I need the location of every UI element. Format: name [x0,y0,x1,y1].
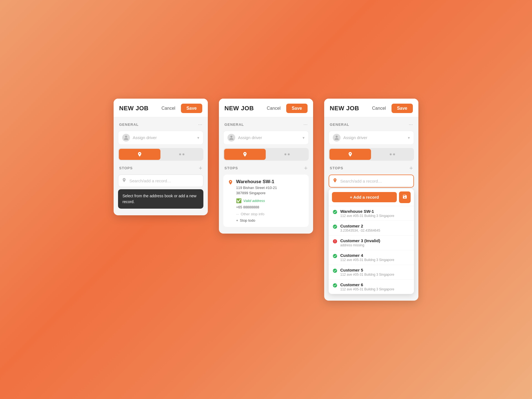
panel-2-assign-driver[interactable]: Assign driver ▾ [223,131,309,145]
panel-2-stop-other-info[interactable]: ··· Other stop info [236,212,304,216]
record-info-5: Customer 6112 ave #05-31 Buildng 3 Singa… [340,282,394,291]
panel-1-assign-driver[interactable]: Assign driver ▾ [118,131,203,145]
panel-1-general-label: GENERAL [119,122,139,127]
panel-3-title: NEW JOB [330,105,359,112]
panel-2-todo-plus-icon: + [236,218,238,222]
record-item-4[interactable]: Customer 5112 ave #05-31 Buildng 3 Singa… [329,265,414,280]
panel-2: NEW JOB Cancel Save GENERAL ··· Assign d… [219,99,313,234]
panel-2-stops-section: STOPS + [223,165,309,171]
record-item-2[interactable]: Customer 3 (Invalid)address missing [329,236,414,250]
panel-2-stop-phone: +65 88888888 [236,205,304,209]
location-pin-icon [242,152,248,157]
panel-2-stops-label: STOPS [224,166,238,170]
panel-1-cancel-button[interactable]: Cancel [159,105,178,112]
panel-2-stop-name: Warehouse SW-1 [236,179,277,185]
panel-3-assign-driver[interactable]: Assign driver ▾ [329,131,414,145]
panel-2-valid-text: Valid address [243,199,265,203]
record-name-4: Customer 5 [340,268,394,272]
panel-2-stop-pin-icon [228,180,233,186]
panel-2-tab-multi[interactable] [267,149,308,160]
panel-2-valid-icon: ✅ [236,198,242,203]
svg-point-10 [390,154,391,155]
record-item-3[interactable]: Customer 4112 ave #05-31 Buildng 3 Singa… [329,250,414,265]
record-detail-5: 112 ave #05-31 Buildng 3 Singapore [340,287,394,291]
panel-1-search-row [118,175,203,187]
panel-3-search-input[interactable] [340,179,410,183]
panel-1-save-button[interactable]: Save [181,104,202,113]
panel-3-record-list: Warehouse SW-1112 ave #05-31 Buildng 3 S… [329,206,414,294]
record-item-5[interactable]: Customer 6112 ave #05-31 Buildng 3 Singa… [329,280,414,294]
record-info-1: Customer 23.23543534, -32.43564645 [340,224,380,232]
panel-3-driver-icon [333,134,341,142]
panel-2-title: NEW JOB [224,105,254,112]
panel-2-cancel-button[interactable]: Cancel [265,105,283,112]
panels-container: NEW JOB Cancel Save GENERAL ··· Assign d… [114,99,418,301]
panel-3-general-section: GENERAL ··· [329,122,414,127]
panel-2-add-stop-button[interactable]: + [304,165,308,171]
svg-point-3 [183,154,184,155]
panel-1-actions: Cancel Save [159,104,202,113]
record-detail-2: address missing [340,243,380,247]
panel-1: NEW JOB Cancel Save GENERAL ··· Assign d… [114,99,208,215]
panel-1-body: GENERAL ··· Assign driver ▾ [114,117,208,215]
panel-3-tab-multi[interactable] [372,149,413,160]
panel-2-driver-arrow-icon: ▾ [303,135,305,140]
person-icon [124,135,129,140]
panel-2-tab-single[interactable] [224,149,266,160]
panel-3-add-record-button[interactable]: + Add a record [332,192,397,202]
record-item-1[interactable]: Customer 23.23543534, -32.43564645 [329,221,414,236]
panel-1-tab-single[interactable] [119,149,160,160]
panel-2-driver-label: Assign driver [238,135,303,140]
panel-1-driver-label: Assign driver [133,135,197,140]
panel-1-tab-multi[interactable] [161,149,203,160]
panel-3-general-dots-icon[interactable]: ··· [409,122,413,127]
panel-3-save-button[interactable]: Save [392,104,413,113]
record-check-icon-2 [332,239,337,245]
multi-stop-icon [178,152,185,157]
panel-3-tab-single[interactable] [329,149,371,160]
svg-point-2 [180,154,181,155]
record-check-icon-5 [332,283,337,289]
panel-1-search-input[interactable] [129,178,200,183]
panel-3-add-stop-button[interactable]: + [409,165,413,171]
multi-stop-icon [284,152,290,157]
panel-1-add-stop-button[interactable]: + [199,165,202,171]
record-detail-1: 3.23543534, -32.43564645 [340,229,380,232]
record-item-0[interactable]: Warehouse SW-1112 ave #05-31 Buildng 3 S… [329,206,414,221]
panel-2-other-info-text: Other stop info [241,212,264,216]
panel-2-driver-icon [227,134,235,142]
panel-1-title: NEW JOB [119,105,149,112]
panel-3-body: GENERAL ··· Assign driver ▾ [324,117,418,301]
location-pin-icon [137,152,142,157]
record-check-icon-1 [332,224,337,231]
panel-2-general-dots-icon[interactable]: ··· [303,122,308,127]
panel-1-driver-icon [122,134,130,142]
panel-1-tooltip-text: Select from the address book or add a ne… [122,194,196,204]
panel-3-save-icon-button[interactable] [399,191,411,203]
panel-2-tab-row [223,148,309,161]
panel-2-save-button[interactable]: Save [286,104,308,113]
panel-3-driver-label: Assign driver [343,135,408,140]
panel-3: NEW JOB Cancel Save GENERAL ··· Assign d… [324,99,418,301]
panel-1-search-pin-icon [122,178,127,184]
panel-1-general-section: GENERAL ··· [118,122,203,127]
panel-2-header: NEW JOB Cancel Save [219,99,313,117]
multi-stop-icon [389,152,396,157]
record-detail-4: 112 ave #05-31 Buildng 3 Singapore [340,273,394,277]
svg-point-11 [393,154,395,155]
panel-3-search-row [329,175,414,188]
panel-3-add-record-row: + Add a record [329,189,414,206]
panel-3-general-label: GENERAL [330,122,349,127]
panel-2-actions: Cancel Save [265,104,308,113]
panel-3-tab-row [329,148,414,161]
panel-1-general-dots-icon[interactable]: ··· [198,122,202,127]
panel-2-stop-card-header: Warehouse SW-1 119 Bishan Street #10-21 … [228,179,304,196]
panel-1-tooltip: Select from the address book or add a ne… [118,189,203,209]
panel-3-dropdown-list: + Add a record Warehouse SW-1112 ave #05… [329,189,414,294]
record-info-0: Warehouse SW-1112 ave #05-31 Buildng 3 S… [340,209,394,218]
floppy-disk-icon [402,194,407,199]
record-name-0: Warehouse SW-1 [340,209,394,214]
panel-2-stop-todo[interactable]: + Stop todo [236,218,304,222]
panel-3-cancel-button[interactable]: Cancel [370,105,388,112]
location-pin-icon [347,152,353,157]
